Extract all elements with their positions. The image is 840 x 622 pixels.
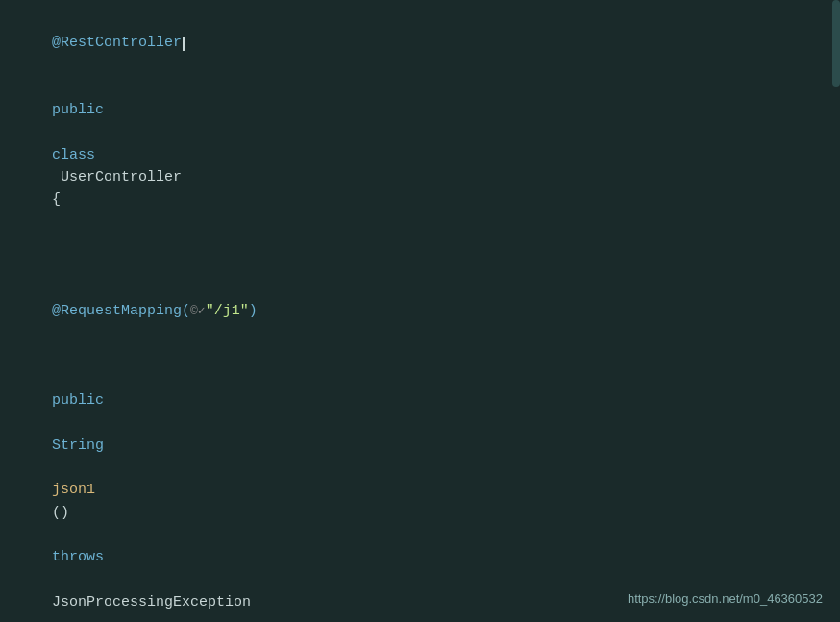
keyword-class: class — [52, 147, 95, 163]
code-editor: @RestController public class UserControl… — [0, 0, 840, 622]
watermark: https://blog.csdn.net/m0_46360532 — [628, 589, 823, 609]
keyword-public2: public — [52, 392, 104, 409]
annotation-restcontroller: @RestController — [52, 35, 182, 51]
classname: UserController — [52, 169, 190, 186]
line-2: public class UserController { — [17, 77, 823, 234]
line-5: public String json1 () throws JsonProces… — [17, 345, 823, 622]
line-4: @RequestMapping(©✓"/j1") — [17, 256, 823, 345]
keyword-string: String — [52, 437, 104, 454]
line-3 — [17, 234, 823, 256]
throws-keyword: throws — [52, 549, 104, 565]
exception-class: JsonProcessingException — [52, 594, 251, 610]
annotation-requestmapping: @RequestMapping( — [52, 303, 190, 319]
line-1: @RestController — [17, 10, 823, 77]
keyword-public: public — [52, 102, 104, 118]
method-name: json1 — [52, 482, 95, 498]
mapping-path: "/j1" — [206, 303, 249, 319]
